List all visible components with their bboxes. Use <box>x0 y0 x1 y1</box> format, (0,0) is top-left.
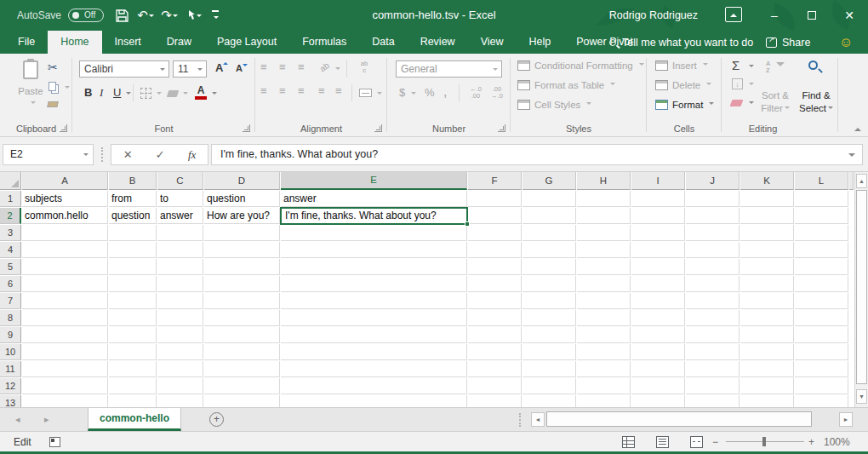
cell-B4[interactable] <box>109 242 157 258</box>
cell-H1[interactable] <box>577 191 631 207</box>
cell-K6[interactable] <box>740 276 794 292</box>
cell-D7[interactable] <box>204 293 280 309</box>
cell-D2[interactable]: How are you? <box>204 208 280 224</box>
decrease-decimal-icon[interactable]: .00 →.0 <box>488 86 506 100</box>
cell-F10[interactable] <box>468 344 522 360</box>
cell-E6[interactable] <box>281 276 467 292</box>
cell-F3[interactable] <box>468 225 522 241</box>
column-header-J[interactable]: J <box>686 172 740 190</box>
fill-dropdown-icon[interactable] <box>749 83 754 88</box>
cell-D6[interactable] <box>204 276 280 292</box>
align-bottom-icon[interactable]: ≡ <box>298 62 305 72</box>
column-header-I[interactable]: I <box>631 172 685 190</box>
cell-G1[interactable] <box>523 191 576 207</box>
clipboard-dialog-launcher[interactable] <box>60 124 67 132</box>
cell-D5[interactable] <box>204 259 280 275</box>
cell-G12[interactable] <box>523 378 576 394</box>
cell-I2[interactable] <box>631 208 685 224</box>
cell-H4[interactable] <box>577 242 631 258</box>
save-button[interactable] <box>112 6 131 25</box>
clear-icon[interactable] <box>730 100 744 106</box>
cell-A11[interactable] <box>22 361 108 377</box>
cell-H12[interactable] <box>577 378 631 394</box>
cell-A9[interactable] <box>22 327 108 343</box>
increase-indent-icon[interactable]: ≡ <box>335 86 342 96</box>
tell-me-search[interactable]: Tell me what you want to do <box>609 31 753 54</box>
tab-data[interactable]: Data <box>359 31 407 54</box>
macro-record-icon[interactable] <box>49 437 60 447</box>
account-user-name[interactable]: Rodrigo Rodriguez <box>609 9 698 21</box>
cell-L9[interactable] <box>795 327 848 343</box>
cell-I10[interactable] <box>631 344 685 360</box>
cell-A7[interactable] <box>22 293 108 309</box>
cell-G3[interactable] <box>523 225 576 241</box>
name-box-dropdown-icon[interactable] <box>83 153 89 158</box>
share-button[interactable]: ↗ Share <box>766 31 810 54</box>
cell-E9[interactable] <box>281 327 467 343</box>
cell-I3[interactable] <box>631 225 685 241</box>
cell-H7[interactable] <box>577 293 631 309</box>
close-button[interactable]: ✕ <box>831 0 868 31</box>
scroll-down-button[interactable]: ▼ <box>856 389 867 404</box>
cell-K3[interactable] <box>740 225 794 241</box>
font-name-combo[interactable]: Calibri <box>79 60 169 78</box>
cell-J6[interactable] <box>686 276 740 292</box>
cell-A5[interactable] <box>22 259 108 275</box>
vertical-scrollbar[interactable]: ▲ ▼ <box>854 172 868 407</box>
cell-I9[interactable] <box>631 327 685 343</box>
column-header-A[interactable]: A <box>22 172 108 190</box>
cell-F11[interactable] <box>468 361 522 377</box>
cell-D12[interactable] <box>204 378 280 394</box>
cell-B13[interactable] <box>109 395 157 407</box>
row-header-12[interactable]: 12 <box>0 378 21 394</box>
number-dialog-launcher[interactable] <box>498 124 505 132</box>
cell-E7[interactable] <box>281 293 467 309</box>
cut-button[interactable]: ✂ <box>48 60 58 74</box>
cell-J2[interactable] <box>686 208 740 224</box>
cell-K12[interactable] <box>740 378 794 394</box>
format-as-table-button[interactable]: Format as Table <box>517 80 615 90</box>
tab-scroll-splitter[interactable] <box>519 413 521 427</box>
column-header-K[interactable]: K <box>740 172 794 190</box>
cell-L6[interactable] <box>795 276 848 292</box>
cell-E11[interactable] <box>281 361 467 377</box>
cell-C7[interactable] <box>157 293 203 309</box>
cell-A8[interactable] <box>22 310 108 326</box>
previous-sheet-button[interactable]: ◂ <box>15 414 20 425</box>
number-format-dropdown-icon[interactable] <box>493 68 498 73</box>
cell-B8[interactable] <box>109 310 157 326</box>
cell-K10[interactable] <box>740 344 794 360</box>
cell-E12[interactable] <box>281 378 467 394</box>
cell-A4[interactable] <box>22 242 108 258</box>
cell-J3[interactable] <box>686 225 740 241</box>
cell-E13[interactable] <box>281 395 467 407</box>
cell-E10[interactable] <box>281 344 467 360</box>
cell-L8[interactable] <box>795 310 848 326</box>
cell-C5[interactable] <box>157 259 203 275</box>
align-right-icon[interactable]: ≡ <box>298 86 305 96</box>
borders-icon[interactable] <box>140 88 151 99</box>
cell-I4[interactable] <box>631 242 685 258</box>
redo-dropdown-icon[interactable] <box>173 14 178 20</box>
tab-page-layout[interactable]: Page Layout <box>204 31 289 54</box>
format-dropdown-icon[interactable] <box>709 102 714 107</box>
cell-C10[interactable] <box>157 344 203 360</box>
cell-G2[interactable] <box>523 208 576 224</box>
cell-E3[interactable] <box>281 225 467 241</box>
merge-center-dropdown-icon[interactable] <box>377 92 382 97</box>
cell-G13[interactable] <box>523 395 576 407</box>
cell-K11[interactable] <box>740 361 794 377</box>
cell-K5[interactable] <box>740 259 794 275</box>
cell-A1[interactable]: subjects <box>22 191 108 207</box>
cell-F2[interactable] <box>468 208 522 224</box>
row-header-1[interactable]: 1 <box>0 191 21 207</box>
cell-D4[interactable] <box>204 242 280 258</box>
autosave-toggle[interactable]: Off <box>68 9 104 22</box>
row-header-3[interactable]: 3 <box>0 225 21 241</box>
cell-A3[interactable] <box>22 225 108 241</box>
cell-I5[interactable] <box>631 259 685 275</box>
fill-color-dropdown-icon[interactable] <box>183 92 188 97</box>
font-size-combo[interactable]: 11 <box>173 60 207 78</box>
cell-G9[interactable] <box>523 327 576 343</box>
cell-E1[interactable]: answer <box>281 191 467 207</box>
